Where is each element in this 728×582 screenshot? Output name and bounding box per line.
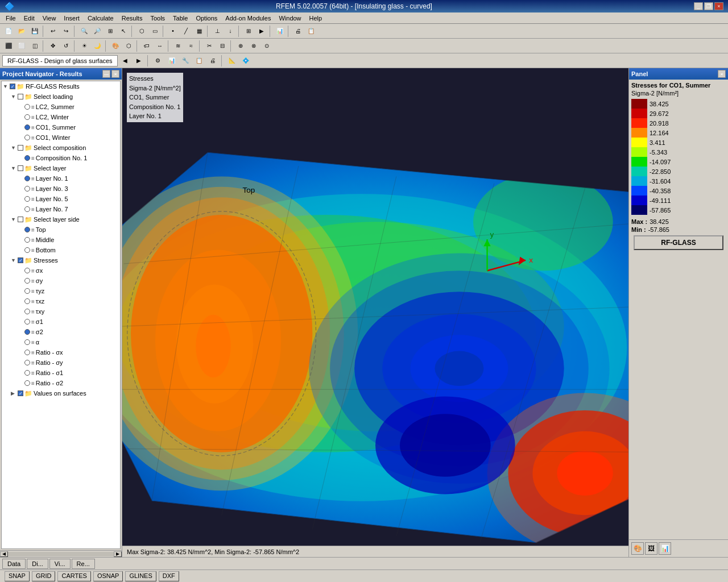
tab-re[interactable]: Re... [72,559,95,569]
tab-data[interactable]: Data [2,559,26,569]
tree-radio[interactable] [24,350,30,355]
tree-item-co1-summer[interactable]: ≡ CO1, Summer [2,122,120,132]
tree-radio[interactable] [24,124,30,130]
surface-btn[interactable]: ▦ [193,25,205,38]
menu-calculate[interactable]: Calculate [84,14,117,23]
tree-radio[interactable] [24,288,30,294]
tree-item-lc2-summer[interactable]: ≡ LC2, Summer [2,102,120,112]
tree-item-middle[interactable]: ≡ Middle [2,235,120,245]
tree-radio[interactable] [24,309,30,314]
new-btn[interactable]: 📄 [2,25,15,38]
result-btn[interactable]: 📊 [274,25,286,38]
load-btn[interactable]: ↓ [224,25,237,38]
menu-view[interactable]: View [39,14,60,23]
tree-radio[interactable] [24,319,30,325]
3d-btn[interactable]: ⬡ [135,25,148,38]
tree-item-top[interactable]: ≡ Top [2,225,120,235]
tree-radio[interactable] [24,227,30,232]
tree-item-select-layer[interactable]: ▼ 📁 Select layer [2,163,120,173]
nav-close-btn[interactable]: × [111,70,119,78]
scroll-left-btn[interactable]: ◀ [0,551,8,557]
glines-button[interactable]: GLINES [125,571,156,581]
rf-tool5-btn[interactable]: 🖨 [206,55,219,67]
tree-radio[interactable] [24,114,30,120]
tree-radio[interactable] [24,268,30,273]
tree-radio[interactable] [24,380,30,386]
osnap-button[interactable]: OSNAP [93,571,123,581]
tree-radio[interactable] [24,176,30,181]
nav-next-btn[interactable]: ▶ [133,55,145,67]
tree-radio[interactable] [24,360,30,365]
menu-file[interactable]: File [2,14,19,23]
copy-btn[interactable]: 📋 [305,25,317,38]
3d-viewport[interactable]: Top X Y Z x y S [122,68,628,557]
tree-item-layer7[interactable]: ≡ Layer No. 7 [2,204,120,214]
tree-radio[interactable] [24,196,30,202]
snap-button[interactable]: SNAP [5,571,30,581]
node-btn[interactable]: • [167,25,179,38]
menu-results[interactable]: Results [118,14,146,23]
tree-item-bottom[interactable]: ≡ Bottom [2,245,120,255]
tree-item-sigma-1[interactable]: ≡ σ1 [2,317,120,327]
tree-container[interactable]: ▼ ✓ 📁 RF-GLASS Results ▼ 📁 Select loadin… [1,81,121,549]
tree-item-sigma-y[interactable]: ≡ σy [2,276,120,286]
tree-checkbox[interactable]: ✓ [18,390,23,396]
tree-item-rf-glass[interactable]: ▼ ✓ 📁 RF-GLASS Results [2,81,120,92]
tree-checkbox[interactable]: ✓ [18,257,23,263]
tree-item-tau-xz[interactable]: ≡ τxz [2,296,120,306]
tree-item-select-composition[interactable]: ▼ 📁 Select composition [2,143,120,153]
tree-radio[interactable] [24,186,30,192]
extra3-btn[interactable]: ⊙ [260,40,273,52]
right-panel-close-btn[interactable]: × [718,70,726,78]
texture-btn[interactable]: ⬡ [122,40,135,52]
tree-item-layer5[interactable]: ≡ Layer No. 5 [2,194,120,204]
tree-item-lc2-winter[interactable]: ≡ LC2, Winter [2,112,120,122]
rf-disp-btn[interactable]: 📐 [226,55,238,67]
rf-tool2-btn[interactable]: 📊 [166,55,178,67]
nav-prev-btn[interactable]: ◀ [119,55,131,67]
tree-checkbox[interactable]: ✓ [10,84,15,89]
tree-item-ratio-sy[interactable]: ≡ Ratio - σy [2,357,120,368]
tree-item-select-loading[interactable]: ▼ 📁 Select loading [2,92,120,102]
grid-button[interactable]: GRID [32,571,56,581]
pan-btn[interactable]: ✥ [47,40,59,52]
tree-item-values-on-surfaces[interactable]: ▶ ✓ 📁 Values on surfaces [2,388,120,398]
view2-btn[interactable]: ⬜ [15,40,28,52]
cartes-button[interactable]: CARTES [57,571,90,581]
navigator-controls[interactable]: — × [102,70,119,78]
zoom-out-btn[interactable]: 🔎 [91,25,104,38]
tree-item-layer1[interactable]: ≡ Layer No. 1 [2,173,120,184]
extra2-btn[interactable]: ⊗ [247,40,260,52]
color-btn[interactable]: 🎨 [109,40,122,52]
dim-btn[interactable]: ↔ [154,40,166,52]
tree-radio[interactable] [24,339,30,345]
tree-radio[interactable] [24,155,30,161]
rf-tool3-btn[interactable]: 🔧 [179,55,192,67]
restore-button[interactable]: ❐ [704,2,713,10]
isolines-btn[interactable]: ≈ [185,40,197,52]
tree-radio[interactable] [24,298,30,304]
run-btn[interactable]: ▶ [255,25,268,38]
menu-insert[interactable]: Insert [60,14,83,23]
window-controls[interactable]: _ ❐ × [694,2,723,10]
tree-radio[interactable] [24,135,30,140]
rfglass-panel-button[interactable]: RF-GLASS [634,235,723,250]
tree-item-sigma-x[interactable]: ≡ σx [2,265,120,276]
tree-item-ratio-s1[interactable]: ≡ Ratio - σ1 [2,368,120,378]
select-btn[interactable]: ↖ [117,25,130,38]
save-btn[interactable]: 💾 [28,25,41,38]
rf-tool4-btn[interactable]: 📋 [193,55,205,67]
tree-radio[interactable] [24,247,30,253]
menu-window[interactable]: Window [275,14,304,23]
view1-btn[interactable]: ⬛ [2,40,15,52]
support-btn[interactable]: ⊥ [211,25,224,38]
tree-item-co1-winter[interactable]: ≡ CO1, Winter [2,132,120,143]
menu-help[interactable]: Help [306,14,326,23]
wire-btn[interactable]: ▭ [148,25,161,38]
rotate-btn[interactable]: ↺ [60,40,72,52]
tree-item-alpha[interactable]: ≡ α [2,337,120,347]
light-btn[interactable]: ☀ [78,40,90,52]
undo-btn[interactable]: ↩ [47,25,59,38]
menu-tools[interactable]: Tools [147,14,168,23]
tree-item-select-layer-side[interactable]: ▼ 📁 Select layer side [2,214,120,225]
